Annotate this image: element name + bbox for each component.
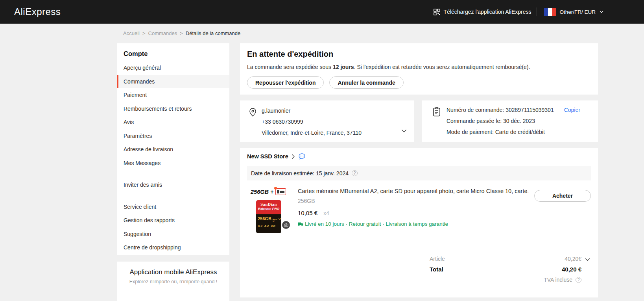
location-pin-icon	[249, 108, 257, 117]
sd-card-illustration: SanDian Extreme PRO 256GB Micro XC V30 U…	[256, 200, 281, 233]
sidebar-item-commandes[interactable]: Commandes	[117, 75, 229, 89]
chevron-down-icon	[584, 256, 591, 263]
order-document-icon	[432, 107, 441, 117]
breadcrumb: Accueil > Commandes > Détails de la comm…	[123, 30, 240, 36]
sidebar-item-messages[interactable]: Mes Messages	[117, 156, 229, 170]
help-circle-icon[interactable]: ?	[352, 170, 358, 176]
chevron-down-icon	[599, 9, 604, 14]
sd-card-series: Extreme PRO	[256, 207, 281, 211]
order-number-label: Numéro de commande:	[447, 107, 506, 113]
product-variant: 256GB	[298, 198, 315, 204]
notification-dot	[274, 187, 277, 190]
sd-card-spec-row: U3 A2 4K	[258, 224, 280, 228]
microsd-glyph	[277, 190, 279, 193]
chat-bubble-icon[interactable]	[298, 153, 306, 160]
mobile-app-card: Application mobile AliExpress Explorez n…	[117, 262, 229, 301]
store-row: New SSD Store	[247, 153, 306, 160]
totals-article-row: Article 40,20€	[430, 256, 581, 262]
order-status-message: La commande sera expédiée sous 12 jours.…	[247, 64, 591, 70]
sidebar-item-remboursements[interactable]: Remboursements et retours	[117, 102, 229, 116]
breadcrumb-orders[interactable]: Commandes	[148, 30, 177, 36]
sidebar-item-dropshipping[interactable]: Centre de dropshipping	[117, 241, 229, 255]
order-status-card: En attente d'expédition La commande sera…	[240, 43, 598, 95]
postpone-shipment-button[interactable]: Repousser l'expédition	[247, 76, 324, 89]
app-card-title: Application mobile AliExpress	[117, 262, 229, 276]
order-number-value: 3028971115039301	[506, 107, 554, 113]
breadcrumb-separator: >	[180, 30, 183, 36]
sidebar-item-inviter[interactable]: Inviter des amis	[117, 178, 229, 192]
sidebar-item-suggestion[interactable]: Suggestion	[117, 227, 229, 241]
camera-badge[interactable]	[282, 221, 290, 229]
header-divider	[641, 7, 641, 16]
sidebar-item-service-client[interactable]: Service client	[117, 200, 229, 214]
vat-label: TVA incluse	[544, 277, 572, 283]
sidebar-item-rapports[interactable]: Gestion des rapports	[117, 214, 229, 227]
aliexpress-logo[interactable]: AliExpress	[14, 0, 61, 24]
totals-vat-row: TVA incluse ?	[430, 277, 581, 283]
overlay-capacity-text: 256GB +	[251, 189, 273, 195]
recipient-name: g.laumonier	[262, 108, 362, 114]
sidebar-item-parametres[interactable]: Paramètres	[117, 129, 229, 143]
address-lines: g.laumonier +33 0630730999 Villedomer, I…	[262, 108, 362, 141]
copy-order-number-link[interactable]: Copier	[564, 107, 580, 113]
expand-totals-button[interactable]	[584, 256, 591, 264]
article-value: 40,20€	[565, 256, 581, 262]
sidebar-item-apercu-general[interactable]: Aperçu général	[117, 61, 229, 75]
delivery-perks-label: Livré en 10 jours · Retour gratuit · Liv…	[305, 221, 448, 227]
product-price: 10,05 €	[298, 210, 317, 216]
delivery-perks: Livré en 10 jours · Retour gratuit · Liv…	[298, 221, 448, 227]
account-sidebar: Compte Aperçu général Commandes Paiement…	[117, 43, 229, 255]
chevron-down-icon	[400, 127, 408, 134]
order-status-title: En attente d'expédition	[247, 50, 591, 59]
sd-card-capacity: 256GB	[258, 216, 271, 221]
store-name-link[interactable]: New SSD Store	[247, 153, 288, 160]
sd-card-brand: SanDian	[256, 202, 281, 207]
breadcrumb-current: Détails de la commande	[186, 30, 240, 36]
product-quantity: x4	[323, 210, 329, 216]
delivery-truck-icon	[298, 222, 303, 227]
order-placed-date: Commande passée le: 30 déc. 2023	[447, 118, 580, 124]
sidebar-item-avis[interactable]: Avis	[117, 115, 229, 129]
usb-reader-glyph	[280, 191, 284, 193]
header-actions: Téléchargez l'application AliExpress Oth…	[434, 0, 641, 24]
product-title-link[interactable]: Cartes mémoire MBumental A2, carte SD po…	[298, 188, 528, 194]
top-header: AliExpress Téléchargez l'application Ali…	[0, 0, 644, 24]
card-reader-icon	[275, 188, 286, 195]
delivery-estimate-bar: Date de livraison estimée: 15 janv. 2024…	[247, 166, 591, 180]
shipping-address-card: g.laumonier +33 0630730999 Villedomer, I…	[240, 100, 414, 142]
help-circle-icon[interactable]: ?	[576, 277, 581, 283]
order-number-row: Numéro de commande: 3028971115039301Copi…	[447, 107, 580, 113]
order-info-card: Numéro de commande: 3028971115039301Copi…	[422, 100, 598, 142]
sidebar-divider	[124, 196, 225, 196]
status-actions: Repousser l'expédition Annuler la comman…	[247, 76, 591, 89]
cancel-order-button[interactable]: Annuler la commande	[329, 76, 403, 89]
camera-icon	[284, 223, 288, 227]
sidebar-item-adresse[interactable]: Adresse de livraison	[117, 143, 229, 156]
app-card-subtitle: Explorez n'importe où, n'importe quand !	[117, 276, 229, 284]
chevron-right-icon	[292, 154, 295, 159]
qr-code-icon	[434, 9, 440, 15]
order-info-lines: Numéro de commande: 3028971115039301Copi…	[447, 107, 580, 140]
sidebar-item-paiement[interactable]: Paiement	[117, 88, 229, 102]
sd-card-speed-label: V30	[279, 217, 281, 221]
download-app-label: Téléchargez l'application AliExpress	[444, 9, 531, 15]
breadcrumb-home[interactable]: Accueil	[123, 30, 140, 36]
sd-card-micro-label: Micro XC	[273, 219, 277, 223]
sd-card-top: SanDian Extreme PRO	[256, 200, 281, 214]
sidebar-title: Compte	[117, 43, 229, 61]
status-message-suffix: . Si l'expédition est retardée vous sere…	[354, 64, 530, 70]
delivery-estimate-label: Date de livraison estimée: 15 janv. 2024	[251, 170, 349, 177]
order-items-card: New SSD Store Date de livraison estimée:…	[240, 148, 598, 297]
breadcrumb-separator: >	[142, 30, 146, 36]
totals-total-row: Total 40,20 €	[430, 266, 581, 273]
locale-selector[interactable]: Other/FR/ EUR	[544, 8, 604, 16]
total-value: 40,20 €	[562, 266, 581, 273]
expand-address-button[interactable]	[400, 127, 408, 136]
sidebar-divider	[124, 174, 225, 174]
sidebar-item-label: Commandes	[124, 78, 155, 85]
download-app-link[interactable]: Téléchargez l'application AliExpress	[434, 9, 531, 15]
order-details-page: AliExpress Téléchargez l'application Ali…	[0, 0, 644, 301]
recipient-phone: +33 0630730999	[262, 119, 362, 125]
product-image[interactable]: 256GB + SanDian Extreme PRO 256GB Micro …	[251, 187, 291, 234]
buy-again-button[interactable]: Acheter	[534, 190, 591, 202]
